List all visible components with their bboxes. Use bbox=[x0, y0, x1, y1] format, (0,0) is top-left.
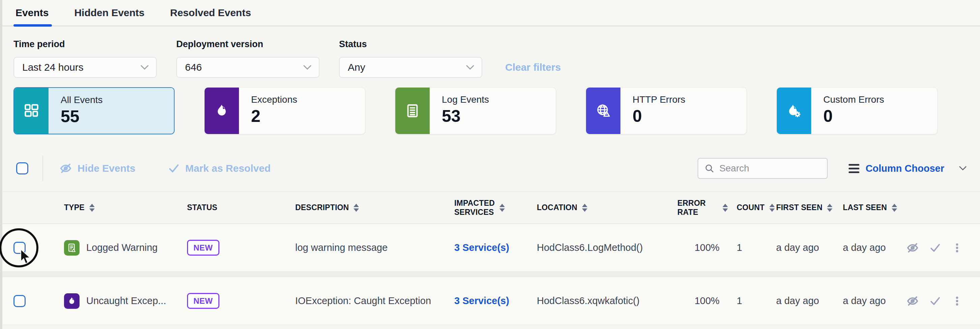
status-select[interactable]: Any bbox=[339, 57, 482, 78]
card-log-events[interactable]: Log Events 53 bbox=[395, 87, 556, 134]
column-header-first-seen[interactable]: FIRST SEEN bbox=[776, 203, 843, 212]
column-label: LAST SEEN bbox=[843, 203, 887, 212]
deployment-version-value: 646 bbox=[185, 62, 202, 73]
resolve-check-icon[interactable] bbox=[929, 295, 941, 307]
first-seen: a day ago bbox=[776, 242, 843, 253]
sort-icon bbox=[827, 204, 832, 212]
chevron-down-icon bbox=[303, 65, 312, 70]
column-header-status[interactable]: STATUS bbox=[187, 203, 295, 212]
filter-bar: Time period Last 24 hours Deployment ver… bbox=[0, 26, 980, 78]
hide-event-icon[interactable] bbox=[906, 242, 919, 254]
status-label: Status bbox=[339, 39, 482, 49]
card-all-events[interactable]: All Events 55 bbox=[13, 87, 175, 134]
column-label: FIRST SEEN bbox=[776, 203, 822, 212]
column-header-impacted-services[interactable]: IMPACTED SERVICES bbox=[454, 199, 537, 217]
column-label: TYPE bbox=[64, 203, 84, 212]
last-seen: a day ago bbox=[843, 242, 906, 253]
impacted-services-link[interactable]: 3 Service(s) bbox=[454, 242, 509, 253]
hide-event-icon[interactable] bbox=[906, 295, 919, 307]
mark-resolved-label: Mark as Resolved bbox=[185, 163, 270, 174]
search-icon bbox=[704, 163, 714, 173]
chevron-down-icon bbox=[959, 166, 967, 171]
first-seen: a day ago bbox=[776, 295, 843, 307]
column-label: IMPACTED SERVICES bbox=[454, 199, 495, 217]
column-header-location[interactable]: LOCATION bbox=[537, 203, 678, 212]
search-input[interactable] bbox=[719, 163, 820, 174]
column-label: COUNT bbox=[737, 203, 765, 212]
hamburger-icon bbox=[849, 164, 859, 173]
event-type: Logged Warning bbox=[86, 242, 158, 253]
chevron-down-icon bbox=[140, 65, 149, 70]
card-count: 0 bbox=[633, 106, 746, 126]
column-label: DESCRIPTION bbox=[295, 203, 349, 212]
card-label: Exceptions bbox=[251, 94, 365, 105]
globe-warning-icon bbox=[586, 87, 620, 134]
column-label: LOCATION bbox=[537, 203, 577, 212]
tab-events[interactable]: Events bbox=[16, 0, 49, 26]
column-header-type[interactable]: TYPE bbox=[64, 203, 187, 212]
card-count: 0 bbox=[823, 106, 937, 126]
row-divider bbox=[0, 272, 980, 277]
card-custom-errors[interactable]: Custom Errors 0 bbox=[776, 87, 937, 134]
status-value: Any bbox=[348, 62, 365, 73]
impacted-services-link[interactable]: 3 Service(s) bbox=[454, 295, 509, 307]
hide-events-button[interactable]: Hide Events bbox=[59, 162, 135, 175]
time-period-value: Last 24 hours bbox=[22, 62, 84, 73]
column-label: ERROR RATE bbox=[678, 199, 718, 217]
row-checkbox[interactable] bbox=[13, 295, 25, 307]
deployment-version-select[interactable]: 646 bbox=[176, 57, 320, 78]
card-count: 55 bbox=[60, 107, 174, 126]
card-label: Custom Errors bbox=[823, 94, 937, 105]
column-header-count[interactable]: COUNT bbox=[737, 203, 776, 212]
sort-icon bbox=[892, 204, 897, 212]
card-http-errors[interactable]: HTTP Errors 0 bbox=[586, 87, 747, 134]
flame-icon bbox=[64, 293, 80, 309]
kebab-menu-icon[interactable] bbox=[951, 242, 963, 254]
kebab-menu-icon[interactable] bbox=[951, 295, 963, 307]
sort-icon bbox=[769, 204, 775, 212]
left-scroll-edge bbox=[0, 0, 2, 329]
sort-icon bbox=[582, 204, 587, 212]
last-seen: a day ago bbox=[843, 295, 906, 307]
eye-slash-icon bbox=[59, 162, 72, 175]
clear-filters-button[interactable]: Clear filters bbox=[505, 62, 561, 73]
table-row[interactable]: Logged Warning NEW log warning message 3… bbox=[0, 224, 980, 272]
status-badge: NEW bbox=[187, 293, 220, 309]
time-period-select[interactable]: Last 24 hours bbox=[13, 57, 157, 78]
bulk-action-toolbar: Hide Events Mark as Resolved Column Choo… bbox=[16, 158, 967, 179]
tab-hidden-events[interactable]: Hidden Events bbox=[74, 0, 144, 26]
sort-icon bbox=[722, 204, 728, 212]
toolbar-divider bbox=[43, 156, 43, 181]
log-document-icon bbox=[395, 87, 430, 134]
resolve-check-icon[interactable] bbox=[929, 242, 941, 254]
tab-resolved-events[interactable]: Resolved Events bbox=[170, 0, 251, 26]
event-count: 1 bbox=[737, 295, 776, 307]
column-header-description[interactable]: DESCRIPTION bbox=[295, 203, 454, 212]
error-rate: 100% bbox=[678, 242, 737, 253]
column-chooser-label: Column Chooser bbox=[865, 163, 944, 174]
sort-icon bbox=[353, 204, 359, 212]
table-row[interactable]: Uncaught Excep... NEW IOException: Caugh… bbox=[0, 277, 980, 325]
select-all-checkbox[interactable] bbox=[16, 162, 28, 175]
tab-bar: Events Hidden Events Resolved Events bbox=[0, 0, 980, 26]
event-count: 1 bbox=[737, 242, 776, 253]
sort-icon bbox=[500, 204, 505, 212]
mark-resolved-button[interactable]: Mark as Resolved bbox=[168, 162, 270, 175]
card-label: HTTP Errors bbox=[633, 94, 746, 105]
row-checkbox[interactable] bbox=[13, 242, 25, 254]
column-header-last-seen[interactable]: LAST SEEN bbox=[843, 203, 906, 212]
event-location: HodClass6.LogMethod() bbox=[537, 242, 678, 253]
column-header-error-rate[interactable]: ERROR RATE bbox=[678, 199, 737, 217]
deployment-version-label: Deployment version bbox=[176, 39, 320, 49]
error-rate: 100% bbox=[678, 295, 737, 307]
column-label: STATUS bbox=[187, 203, 217, 212]
card-label: Log Events bbox=[442, 94, 556, 105]
card-count: 53 bbox=[442, 106, 556, 126]
card-label: All Events bbox=[60, 95, 174, 105]
chevron-down-icon bbox=[466, 65, 474, 70]
summary-cards: All Events 55 Exceptions 2 Log Events 53… bbox=[0, 78, 980, 134]
card-exceptions[interactable]: Exceptions 2 bbox=[204, 87, 365, 134]
table-header: TYPE STATUS DESCRIPTION IMPACTED SERVICE… bbox=[0, 192, 980, 224]
column-chooser-button[interactable]: Column Chooser bbox=[849, 163, 967, 174]
flame-gear-icon bbox=[777, 87, 811, 134]
